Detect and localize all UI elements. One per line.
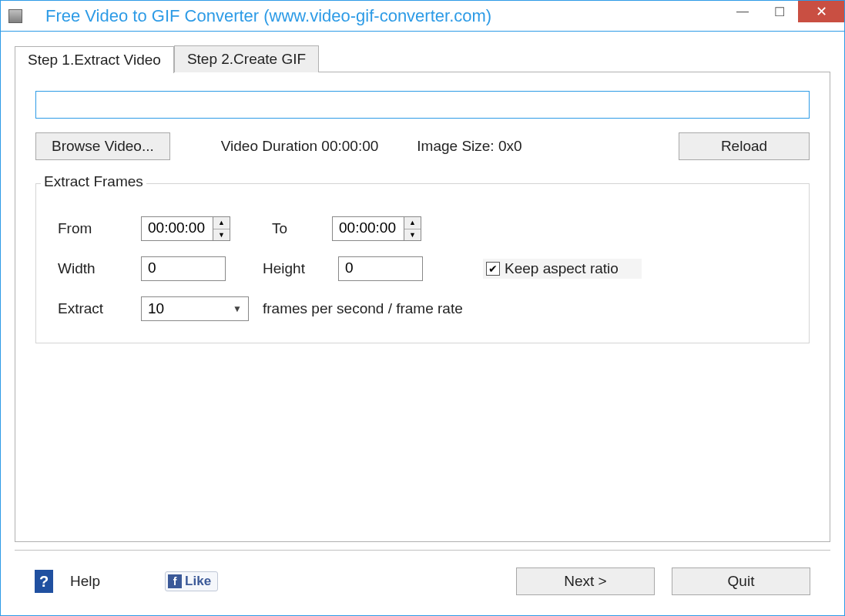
to-label: To bbox=[272, 220, 318, 237]
minimize-button[interactable]: — bbox=[724, 1, 761, 22]
next-button[interactable]: Next > bbox=[516, 567, 655, 595]
close-button[interactable]: ✕ bbox=[798, 1, 844, 22]
maximize-button[interactable]: ☐ bbox=[761, 1, 798, 22]
from-label: From bbox=[58, 220, 127, 237]
tab-extract-video[interactable]: Step 1.Extract Video bbox=[15, 46, 174, 73]
keep-aspect-checkbox[interactable]: ✔ Keep aspect ratio bbox=[483, 259, 642, 279]
extract-row: Extract 10 ▼ frames per second / frame r… bbox=[58, 296, 787, 321]
info-row: Browse Video... Video Duration 00:00:00 … bbox=[35, 132, 810, 160]
titlebar: Free Video to GIF Converter (www.video-g… bbox=[1, 1, 844, 32]
extract-label: Extract bbox=[58, 300, 127, 317]
help-icon[interactable]: ? bbox=[35, 570, 53, 593]
tab-panel: Browse Video... Video Duration 00:00:00 … bbox=[15, 72, 830, 542]
facebook-like-button[interactable]: f Like bbox=[165, 571, 218, 591]
like-label: Like bbox=[185, 574, 211, 589]
client-area: Step 1.Extract Video Step 2.Create GIF B… bbox=[1, 32, 844, 615]
chevron-down-icon[interactable]: ▼ bbox=[213, 229, 230, 241]
chevron-down-icon[interactable]: ▼ bbox=[404, 229, 421, 241]
extract-frames-group: Extract Frames From 00:00:00 ▲ ▼ To 00:0… bbox=[35, 183, 810, 343]
chevron-up-icon[interactable]: ▲ bbox=[213, 217, 230, 229]
chevron-up-icon[interactable]: ▲ bbox=[404, 217, 421, 229]
frame-rate-value: 10 bbox=[148, 300, 164, 317]
width-input[interactable]: 0 bbox=[141, 256, 226, 281]
time-row: From 00:00:00 ▲ ▼ To 00:00:00 ▲ ▼ bbox=[58, 216, 787, 241]
from-spin-buttons[interactable]: ▲ ▼ bbox=[213, 217, 230, 240]
from-time-value[interactable]: 00:00:00 bbox=[142, 217, 213, 240]
width-label: Width bbox=[58, 260, 127, 277]
tab-bar: Step 1.Extract Video Step 2.Create GIF bbox=[15, 45, 830, 72]
group-title: Extract Frames bbox=[41, 173, 146, 190]
to-time-spinner[interactable]: 00:00:00 ▲ ▼ bbox=[332, 216, 421, 241]
keep-aspect-label: Keep aspect ratio bbox=[505, 260, 619, 277]
size-row: Width 0 Height 0 ✔ Keep aspect ratio bbox=[58, 256, 787, 281]
to-time-value[interactable]: 00:00:00 bbox=[333, 217, 404, 240]
frame-rate-select[interactable]: 10 ▼ bbox=[141, 296, 249, 321]
help-label[interactable]: Help bbox=[70, 573, 100, 590]
reload-button[interactable]: Reload bbox=[679, 132, 810, 160]
frame-rate-label: frames per second / frame rate bbox=[263, 300, 463, 317]
facebook-icon: f bbox=[168, 574, 182, 588]
from-time-spinner[interactable]: 00:00:00 ▲ ▼ bbox=[141, 216, 230, 241]
window-title: Free Video to GIF Converter (www.video-g… bbox=[30, 6, 724, 26]
image-size-label: Image Size: 0x0 bbox=[417, 138, 521, 155]
window-controls: — ☐ ✕ bbox=[724, 1, 844, 31]
checkbox-icon[interactable]: ✔ bbox=[486, 262, 500, 276]
browse-video-button[interactable]: Browse Video... bbox=[35, 132, 170, 160]
tab-create-gif[interactable]: Step 2.Create GIF bbox=[174, 45, 319, 72]
app-window: Free Video to GIF Converter (www.video-g… bbox=[0, 0, 845, 616]
footer-bar: ? Help f Like Next > Quit bbox=[15, 550, 830, 615]
chevron-down-icon: ▼ bbox=[233, 303, 242, 314]
video-duration-label: Video Duration 00:00:00 bbox=[221, 138, 379, 155]
app-icon bbox=[8, 9, 22, 23]
height-input[interactable]: 0 bbox=[338, 256, 423, 281]
quit-button[interactable]: Quit bbox=[672, 567, 810, 595]
video-path-input[interactable] bbox=[35, 91, 810, 119]
height-label: Height bbox=[263, 260, 324, 277]
to-spin-buttons[interactable]: ▲ ▼ bbox=[404, 217, 421, 240]
